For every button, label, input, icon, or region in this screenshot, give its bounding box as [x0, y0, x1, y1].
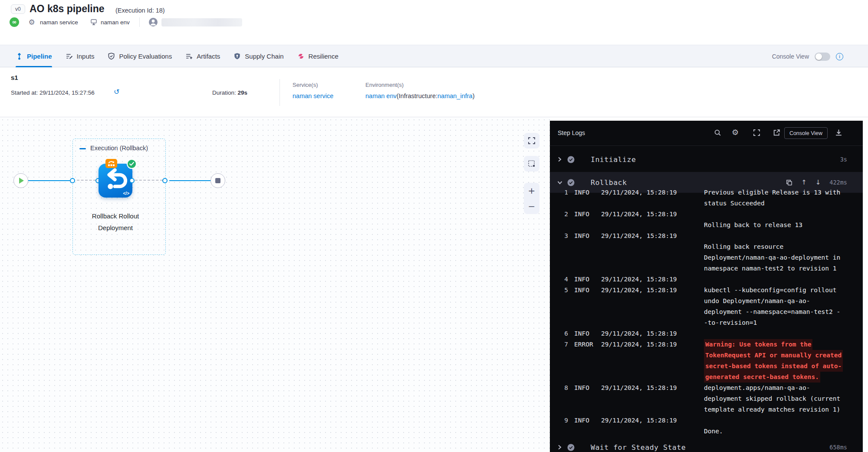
log-line-number — [561, 317, 568, 328]
collapse-group-icon[interactable] — [79, 148, 86, 149]
log-message: Warning: Use tokens from the — [704, 339, 812, 350]
copy-logs-icon[interactable] — [786, 179, 792, 186]
log-rows: 1 INFO 29/11/2024, 15:28:19 Previous eli… — [550, 187, 863, 437]
log-level — [574, 317, 597, 328]
code-glyph: </> — [123, 191, 129, 196]
log-message: namespace naman-test2 to revision 1 — [704, 263, 837, 274]
service-link[interactable]: naman service — [293, 92, 333, 99]
chevron-right-icon[interactable] — [557, 444, 562, 450]
environment-icon — [89, 17, 99, 27]
header-env-name: naman env — [101, 19, 130, 26]
log-timestamp — [601, 404, 680, 415]
info-icon[interactable]: i — [836, 53, 843, 60]
tab-pipeline[interactable]: Pipeline — [16, 45, 52, 67]
log-line: 5 INFO 29/11/2024, 15:28:19 kubectl --ku… — [550, 285, 863, 296]
log-level — [574, 404, 597, 415]
log-message: kubectl --kubeconfig=config rollout — [704, 285, 837, 296]
search-icon[interactable] — [714, 129, 721, 136]
log-line-number — [561, 220, 568, 231]
header-divider — [139, 17, 140, 27]
gear-icon: ⚙ — [27, 17, 36, 27]
log-message: deployment.apps/naman-qa-ao- — [704, 383, 810, 393]
log-line: -to-revision=1 — [550, 317, 863, 328]
marquee-select-button[interactable] — [524, 156, 539, 172]
section-success-icon — [567, 179, 575, 186]
log-timestamp — [601, 241, 680, 252]
log-message: Deployment/naman-qa-ao-deployment in — [704, 252, 840, 263]
log-timestamp: 29/11/2024, 15:28:19 — [601, 383, 680, 393]
rollback-step-node[interactable]: </> — [99, 164, 132, 198]
scroll-down-icon[interactable]: ↓ — [815, 178, 821, 186]
log-line: Rolling back resource — [550, 241, 863, 252]
log-level — [574, 252, 597, 263]
play-icon — [19, 178, 24, 184]
rollout-deployment-badge-icon — [105, 159, 117, 168]
log-message: Done. — [704, 426, 723, 437]
tab-artifacts[interactable]: Artifacts — [185, 45, 220, 67]
log-settings-gear-icon[interactable]: ⚙ — [732, 128, 739, 137]
execution-history-icon[interactable]: ↺ — [114, 88, 119, 96]
chevron-down-icon[interactable] — [557, 180, 563, 185]
log-line-number — [561, 296, 568, 307]
page-title: AO k8s pipeline — [30, 3, 105, 15]
log-line: generated secret-based tokens. — [550, 372, 863, 383]
log-level: INFO — [574, 209, 597, 220]
zoom-in-button[interactable]: + — [528, 186, 536, 195]
tab-supply-chain[interactable]: Supply Chain — [233, 45, 283, 67]
console-view-toggle[interactable] — [815, 53, 830, 61]
chevron-right-icon[interactable] — [557, 156, 562, 162]
infra-link[interactable]: naman_infra — [437, 92, 473, 99]
log-timestamp: 29/11/2024, 15:28:19 — [601, 415, 680, 426]
fullscreen-icon — [528, 137, 536, 145]
fit-to-screen-button[interactable] — [524, 133, 539, 148]
log-timestamp — [601, 361, 680, 372]
log-line: Deployment/naman-qa-ao-deployment in — [550, 252, 863, 263]
step-success-icon — [127, 159, 137, 169]
gitops-icon: ∞ — [10, 17, 19, 27]
pipeline-start-node[interactable] — [13, 173, 28, 188]
tab-inputs[interactable]: Inputs — [66, 45, 95, 67]
log-line: namespace naman-test2 to revision 1 — [550, 263, 863, 274]
log-line-number — [561, 263, 568, 274]
log-level — [574, 296, 597, 307]
log-line-number — [561, 393, 568, 404]
services-label: Service(s) — [293, 82, 318, 88]
log-line-number — [561, 361, 568, 372]
log-line-number: 4 — [561, 274, 568, 285]
log-message: Rolling back resource — [704, 241, 783, 252]
tab-bar: Pipeline Inputs Policy Evaluations Artif… — [0, 45, 868, 67]
tab-resilience[interactable]: Resilience — [297, 45, 339, 67]
log-line-number — [561, 241, 568, 252]
log-timestamp — [601, 393, 680, 404]
env-link[interactable]: naman env — [365, 92, 397, 99]
log-line-number — [561, 404, 568, 415]
section-duration: 3s — [840, 156, 847, 163]
connector-ring-3 — [129, 178, 135, 183]
section-success-icon — [567, 444, 575, 451]
pipeline-canvas[interactable]: Execution (Rollback) </> Rollback — [0, 117, 550, 452]
log-section-wait-steady-state[interactable]: Wait for Steady State 658ms — [550, 437, 863, 452]
zoom-out-button[interactable]: − — [528, 202, 536, 211]
scroll-up-icon[interactable]: ↑ — [801, 178, 807, 186]
download-logs-icon[interactable] — [835, 129, 842, 136]
log-level — [574, 198, 597, 209]
pipeline-end-node[interactable] — [210, 173, 225, 188]
log-line: 6 INFO 29/11/2024, 15:28:19 — [550, 328, 863, 339]
log-timestamp — [601, 317, 680, 328]
tab-policy-evaluations[interactable]: Policy Evaluations — [108, 45, 172, 67]
avatar — [148, 17, 158, 27]
log-line: deployment --namespace=naman-test2 - — [550, 307, 863, 317]
edge-start — [28, 180, 70, 181]
log-section-initialize[interactable]: Initialize 3s — [550, 149, 863, 169]
log-line: TokenRequest API or manually created — [550, 350, 863, 361]
connector-ring-1 — [70, 178, 75, 183]
log-level: INFO — [574, 328, 597, 339]
log-line-number: 6 — [561, 328, 568, 339]
console-view-button[interactable]: Console View — [784, 127, 828, 139]
stage-divider — [279, 79, 280, 106]
log-line: 3 INFO 29/11/2024, 15:28:19 — [550, 231, 863, 241]
expand-fullscreen-icon[interactable] — [753, 129, 760, 136]
open-in-new-window-icon[interactable] — [773, 129, 780, 136]
log-line-number — [561, 307, 568, 317]
log-line-number: 7 — [561, 339, 568, 350]
